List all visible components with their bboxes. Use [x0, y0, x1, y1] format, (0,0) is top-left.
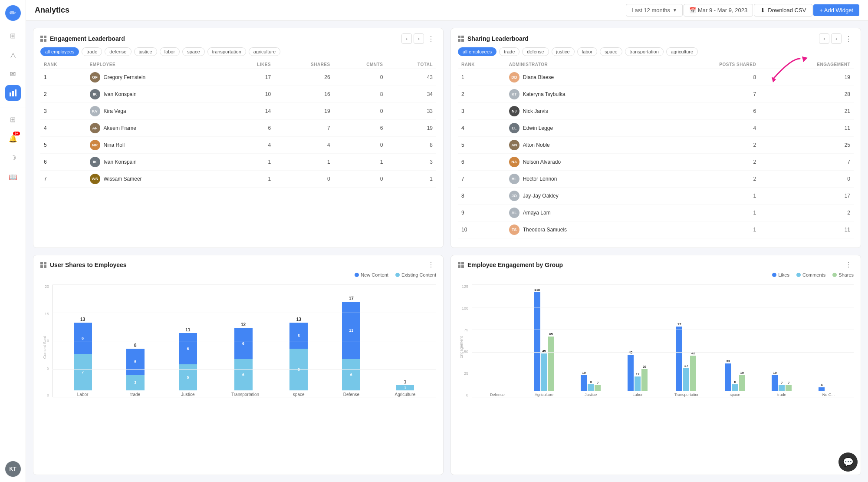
time-filter-label: Last 12 months — [631, 7, 670, 13]
rank-cell: 7 — [40, 171, 86, 188]
sharing-filter-labor[interactable]: labor — [577, 47, 597, 56]
filter-all-employees[interactable]: all employees — [40, 47, 79, 56]
eng-card-menu[interactable]: ⋮ — [843, 261, 854, 269]
total-cell: 19 — [386, 120, 436, 137]
comments-legend-dot — [796, 273, 801, 277]
existing-content-legend-dot — [395, 273, 400, 277]
svg-rect-10 — [461, 39, 464, 42]
sharing-table-row: 4 EL Edwin Legge 4 11 — [458, 120, 854, 137]
sidebar-avatar[interactable]: KT — [5, 461, 21, 477]
comments-cell: 8 — [334, 86, 387, 103]
posts-shared-cell: 6 — [657, 103, 760, 120]
sidebar-icon-book[interactable]: 📖 — [5, 169, 21, 185]
sharing-prev-button[interactable]: ‹ — [819, 33, 829, 44]
sharing-next-button[interactable]: › — [831, 33, 842, 44]
comments-bar — [779, 385, 785, 391]
engagement-cell: 0 — [760, 171, 854, 188]
posts-shared-cell: 1 — [657, 188, 760, 205]
sharing-filters: all employees trade defense justice labo… — [451, 47, 861, 60]
engagement-leaderboard-title: Engagement Leaderboard — [50, 35, 398, 42]
sharing-col-admin: ADMINISTRATOR — [506, 60, 657, 69]
col-employee: EMPLOYEE — [86, 60, 228, 69]
admin-cell: JO Jay-Jay Oakley — [506, 188, 657, 205]
bar-group: 11 5 6 Justice — [179, 327, 197, 397]
rank-cell: 1 — [40, 69, 86, 86]
chat-support-button[interactable]: 💬 — [838, 452, 858, 472]
filter-defense[interactable]: defense — [105, 47, 131, 56]
add-widget-button[interactable]: + Add Widget — [813, 4, 859, 16]
shares-cell: 7 — [274, 120, 334, 137]
engagement-bar-group: 33 8 19 space — [725, 359, 745, 397]
shares-bar-eng — [690, 356, 696, 391]
engagement-table-row: 2 IK Ivan Konspain 10 16 8 34 — [40, 86, 436, 103]
admin-cell: TS Theodora Samuels — [506, 221, 657, 238]
svg-rect-0 — [10, 92, 11, 96]
sharing-filter-trade[interactable]: trade — [499, 47, 519, 56]
sharing-table: RANK ADMINISTRATOR POSTS SHARED ENGAGEME… — [458, 60, 854, 238]
total-cell: 8 — [386, 137, 436, 154]
sharing-filter-all[interactable]: all employees — [458, 47, 496, 56]
sidebar-icon-alert[interactable]: △ — [5, 47, 21, 63]
new-bar-seg: 6 — [234, 328, 253, 359]
engagement-legend: Likes Comments Shares — [451, 272, 861, 281]
shares-bar-eng — [548, 337, 554, 391]
sharing-filter-justice[interactable]: justice — [552, 47, 575, 56]
svg-rect-20 — [461, 265, 464, 268]
bar-group: 13 7 6 Labor — [74, 317, 92, 397]
shares-card-menu[interactable]: ⋮ — [426, 261, 436, 269]
col-rank: RANK — [40, 60, 86, 69]
filter-justice[interactable]: justice — [134, 47, 157, 56]
admin-cell: NJ Nick Jarvis — [506, 103, 657, 120]
download-csv-button[interactable]: ⬇ Download CSV — [754, 4, 812, 17]
sidebar-icon-home[interactable]: ⊞ — [5, 28, 21, 43]
filter-transportation[interactable]: transportation — [207, 47, 246, 56]
likes-cell: 10 — [227, 86, 274, 103]
date-range-picker[interactable]: 📅 Mar 9 - Mar 9, 2023 — [684, 4, 753, 17]
existing-bar-seg: 7 — [74, 354, 92, 390]
sharing-filter-transportation[interactable]: transportation — [625, 47, 664, 56]
shares-legend-dot-eng — [832, 273, 837, 277]
sharing-rank-cell: 4 — [458, 120, 506, 137]
sharing-rank-cell: 9 — [458, 205, 506, 221]
next-page-button[interactable]: › — [414, 33, 424, 44]
sidebar-icon-bell[interactable]: 🔔 9+ — [5, 131, 21, 146]
card-menu-button[interactable]: ⋮ — [426, 35, 436, 43]
sidebar-icon-analytics[interactable] — [5, 85, 21, 101]
eng-grid-icon — [458, 262, 464, 268]
sidebar-icon-widgets[interactable]: ⊞ — [5, 112, 21, 127]
sharing-col-rank: RANK — [458, 60, 506, 69]
shares-cell: 1 — [274, 154, 334, 171]
admin-cell: KT Kateryna Tsybulka — [506, 86, 657, 103]
sidebar-icon-moon[interactable]: ☽ — [5, 150, 21, 165]
logo-icon[interactable]: ✏ — [5, 5, 21, 21]
comments-bar — [541, 353, 547, 391]
filter-space[interactable]: space — [182, 47, 204, 56]
likes-legend-label: Likes — [778, 272, 789, 277]
sharing-table-row: 2 KT Kateryna Tsybulka 7 28 — [458, 86, 854, 103]
new-content-legend-label: New Content — [361, 272, 388, 277]
sharing-table-row: 6 NA Nelson Alvarado 2 7 — [458, 154, 854, 171]
svg-rect-17 — [458, 262, 460, 264]
sharing-filter-space[interactable]: space — [600, 47, 622, 56]
sidebar-icon-message[interactable]: ✉ — [5, 66, 21, 82]
shares-bar-eng — [595, 385, 601, 391]
filter-labor[interactable]: labor — [160, 47, 180, 56]
svg-rect-15 — [40, 265, 43, 268]
sharing-filter-agriculture[interactable]: agriculture — [666, 47, 698, 56]
sharing-grid-icon — [458, 36, 464, 42]
engagement-cell: 25 — [760, 137, 854, 154]
engagement-filters: all employees trade defense justice labo… — [33, 47, 443, 60]
employee-cell: IK Ivan Konspain — [86, 154, 228, 171]
sharing-card-menu[interactable]: ⋮ — [843, 35, 854, 43]
time-filter-dropdown[interactable]: Last 12 months ▼ — [626, 4, 683, 17]
engagement-bar-group: 118 45 65 Agriculture — [534, 288, 554, 397]
filter-agriculture[interactable]: agriculture — [249, 47, 280, 56]
total-cell: 1 — [386, 171, 436, 188]
prev-page-button[interactable]: ‹ — [401, 33, 412, 44]
svg-rect-14 — [44, 262, 46, 264]
shares-legend-label-eng: Shares — [838, 272, 854, 277]
filter-trade[interactable]: trade — [82, 47, 102, 56]
sharing-filter-defense[interactable]: defense — [522, 47, 549, 56]
svg-rect-13 — [40, 262, 43, 264]
svg-rect-6 — [44, 39, 46, 42]
